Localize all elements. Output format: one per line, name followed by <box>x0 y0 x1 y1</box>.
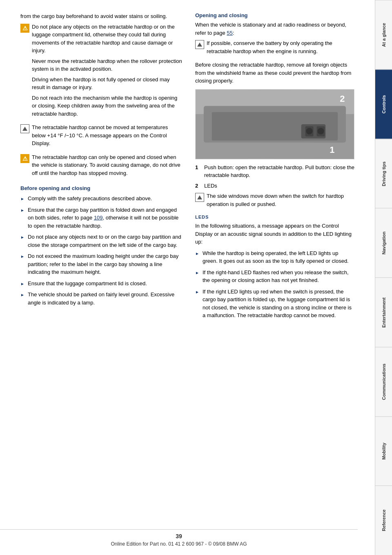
main-content: from the cargo bay beforehand to avoid w… <box>0 0 375 555</box>
leds-text-3: If the right LED lights up red when the … <box>203 288 354 320</box>
sidebar-label-controls: Controls <box>381 95 386 114</box>
opening-closing-heading: Opening and closing <box>195 12 354 18</box>
leds-arrow-2: ► <box>195 270 199 276</box>
leds-item-1: ► While the hardtop is being operated, t… <box>195 249 354 265</box>
leds-arrow-1: ► <box>195 251 199 257</box>
sidebar-item-at-a-glance[interactable]: At a glance <box>375 0 392 69</box>
numbered-item-1: 1 Push button: open the retractable hard… <box>195 163 354 179</box>
leds-text-2: If the right-hand LED flashes red when y… <box>203 269 354 284</box>
bullet-arrow-5: ► <box>20 281 24 287</box>
opening-text: When the vehicle is stationary and at ra… <box>195 21 354 37</box>
bullet-arrow-6: ► <box>20 292 24 298</box>
list-item-text-5: Ensure that the luggage compartment lid … <box>28 280 147 288</box>
note-opening-text: If possible, conserve the battery by onl… <box>207 39 354 55</box>
sidebar-item-communications[interactable]: Communications <box>375 347 392 416</box>
closing-text: Before closing the retractable hardtop, … <box>195 61 354 85</box>
list-item-3: ► Do not place any objects next to or on… <box>20 233 183 249</box>
list-item-text-2: Ensure that the cargo bay partition is f… <box>28 206 183 230</box>
intro-text: from the cargo bay beforehand to avoid w… <box>20 12 183 20</box>
svg-point-7 <box>306 128 313 134</box>
page-number: 39 <box>0 533 358 539</box>
sidebar-label-communications: Communications <box>381 364 386 400</box>
list-item-2: ► Ensure that the cargo bay partition is… <box>20 206 183 230</box>
note-triangle-opening <box>195 40 204 49</box>
sidebar-item-entertainment[interactable]: Entertainment <box>375 278 392 347</box>
page-container: from the cargo bay beforehand to avoid w… <box>0 0 392 555</box>
leds-list: ► While the hardtop is being operated, t… <box>195 249 354 320</box>
num-2: 2 <box>195 182 201 190</box>
left-column: from the cargo bay beforehand to avoid w… <box>20 12 183 323</box>
page-link-109[interactable]: 109 <box>94 215 103 221</box>
sidebar-item-driving-tips[interactable]: Driving tips <box>375 139 392 208</box>
leds-item-2: ► If the right-hand LED flashes red when… <box>195 269 354 284</box>
sidebar: At a glance Controls Driving tips Naviga… <box>375 0 392 555</box>
warning-box-2: ⚠ The retractable hardtop can only be op… <box>20 153 183 180</box>
bullet-arrow-2: ► <box>20 207 24 213</box>
warning-text-2: The retractable hardtop can only be open… <box>32 153 183 177</box>
leds-arrow-3: ► <box>195 289 199 295</box>
list-item-6: ► The vehicle should be parked on fairly… <box>20 291 183 307</box>
sidebar-label-at-a-glance: At a glance <box>381 23 386 47</box>
leds-text-1: While the hardtop is being operated, the… <box>203 249 354 265</box>
warning-icon-1: ⚠ <box>20 24 29 33</box>
list-item-4: ► Do not exceed the maximum loading heig… <box>20 252 183 276</box>
sidebar-label-driving-tips: Driving tips <box>381 161 386 186</box>
num-text-1: Push button: open the retractable hardto… <box>204 163 354 179</box>
page-link-55[interactable]: 55 <box>227 30 232 36</box>
note-box-opening: If possible, conserve the battery by onl… <box>195 39 354 58</box>
note-triangle-1 <box>20 124 29 133</box>
before-opening-list: ► Comply with the safety precautions des… <box>20 195 183 307</box>
hardtop-image: 2 1 <box>195 89 354 159</box>
sidebar-label-entertainment: Entertainment <box>381 297 386 327</box>
warning-box-1: ⚠ Do not place any objects on the retrac… <box>20 23 183 121</box>
sidebar-label-navigation: Navigation <box>381 232 386 255</box>
warning-text-1: Do not place any objects on the retracta… <box>32 23 183 55</box>
warning-text-1c: Driving when the hardtop is not fully op… <box>32 76 183 92</box>
list-item-1: ► Comply with the safety precautions des… <box>20 195 183 203</box>
svg-point-8 <box>317 128 324 134</box>
list-item-text-4: Do not exceed the maximum loading height… <box>28 252 183 276</box>
svg-text:1: 1 <box>330 144 334 154</box>
warning-text-1b: Never move the retractable hardtop when … <box>32 57 183 73</box>
list-item-text-3: Do not place any objects next to or on t… <box>28 233 183 249</box>
footer-text: Online Edition for Part no. 01 41 2 600 … <box>111 541 247 547</box>
sidebar-item-mobility[interactable]: Mobility <box>375 416 392 486</box>
note-text-1: The retractable hardtop cannot be moved … <box>32 123 183 148</box>
list-item-5: ► Ensure that the luggage compartment li… <box>20 280 183 288</box>
before-opening-heading: Before opening and closing <box>20 185 183 191</box>
bullet-arrow-4: ► <box>20 253 24 260</box>
note-triangle-side <box>195 193 204 202</box>
sidebar-label-mobility: Mobility <box>381 443 386 460</box>
img-placeholder: 2 1 <box>196 90 354 159</box>
sidebar-item-controls[interactable]: Controls <box>375 69 392 139</box>
sidebar-label-reference: Reference <box>381 510 386 531</box>
footer: 39 Online Edition for Part no. 01 41 2 6… <box>0 529 358 547</box>
num-1: 1 <box>195 163 201 179</box>
leds-item-3: ► If the right LED lights up red when th… <box>195 288 354 320</box>
note-box-1: The retractable hardtop cannot be moved … <box>20 123 183 150</box>
warning-icon-2: ⚠ <box>20 154 29 163</box>
warning-text-1d: Do not reach into the mechanism while th… <box>32 94 183 118</box>
note-side-text: The side windows move down when the swit… <box>207 192 354 208</box>
note-box-side-windows: The side windows move down when the swit… <box>195 192 354 210</box>
bullet-arrow-3: ► <box>20 234 24 240</box>
list-item-text-1: Comply with the safety precautions descr… <box>28 195 152 203</box>
num-text-2: LEDs <box>204 182 217 190</box>
right-column: Opening and closing When the vehicle is … <box>195 12 354 323</box>
sidebar-item-navigation[interactable]: Navigation <box>375 208 392 278</box>
leds-heading: LEDs <box>195 215 354 219</box>
svg-text:2: 2 <box>340 94 345 104</box>
sidebar-item-reference[interactable]: Reference <box>375 486 392 555</box>
numbered-item-2: 2 LEDs <box>195 182 354 190</box>
two-col-layout: from the cargo bay beforehand to avoid w… <box>20 12 354 323</box>
list-item-text-6: The vehicle should be parked on fairly l… <box>28 291 183 307</box>
leds-intro: In the following situations, a message a… <box>195 222 354 246</box>
bullet-arrow-1: ► <box>20 196 24 202</box>
